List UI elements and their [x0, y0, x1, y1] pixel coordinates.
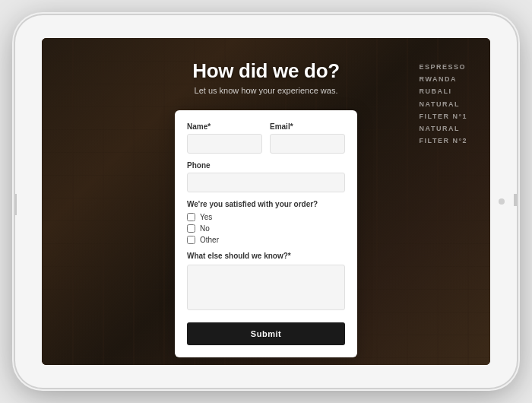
checkbox-no-label[interactable]: No	[200, 224, 210, 233]
tablet-screen: ESPRESSORWANDARUBALINATURALFILTER N°1NAT…	[42, 38, 490, 365]
checkbox-yes-item: Yes	[187, 213, 345, 221]
page-subtitle: Let us know how your experience was.	[57, 86, 475, 95]
email-label: Email*	[270, 122, 345, 131]
checkbox-other[interactable]	[187, 236, 195, 244]
name-group: Name*	[187, 122, 262, 154]
checkbox-no[interactable]	[187, 224, 195, 233]
textarea-label: What else should we know?*	[187, 252, 345, 260]
extra-info-textarea[interactable]	[187, 265, 345, 310]
checkbox-yes[interactable]	[187, 213, 195, 221]
volume-button	[15, 194, 17, 215]
feedback-form-card: Name* Email* Phone We're you satisfied w…	[175, 110, 357, 357]
tablet-frame: ESPRESSORWANDARUBALINATURALFILTER N°1NAT…	[15, 15, 517, 388]
satisfaction-group: We're you satisfied with your order? Yes…	[187, 200, 345, 244]
email-group: Email*	[270, 122, 345, 154]
camera-dot	[499, 198, 505, 205]
phone-group: Phone	[187, 161, 345, 192]
satisfaction-label: We're you satisfied with your order?	[187, 200, 345, 208]
checkbox-no-item: No	[187, 224, 345, 233]
phone-label: Phone	[187, 161, 345, 170]
name-label: Name*	[187, 122, 262, 131]
checkbox-other-item: Other	[187, 236, 345, 244]
page-title: How did we do?	[57, 59, 475, 83]
extra-info-group: What else should we know?*	[187, 252, 345, 313]
header-section: How did we do? Let us know how your expe…	[42, 38, 490, 95]
submit-button[interactable]: Submit	[187, 322, 345, 345]
phone-input[interactable]	[187, 173, 345, 192]
name-input[interactable]	[187, 134, 262, 154]
name-email-row: Name* Email*	[187, 122, 345, 154]
power-button	[514, 194, 517, 206]
email-input[interactable]	[270, 134, 345, 154]
checkbox-other-label[interactable]: Other	[200, 236, 219, 244]
checkbox-yes-label[interactable]: Yes	[200, 213, 212, 221]
